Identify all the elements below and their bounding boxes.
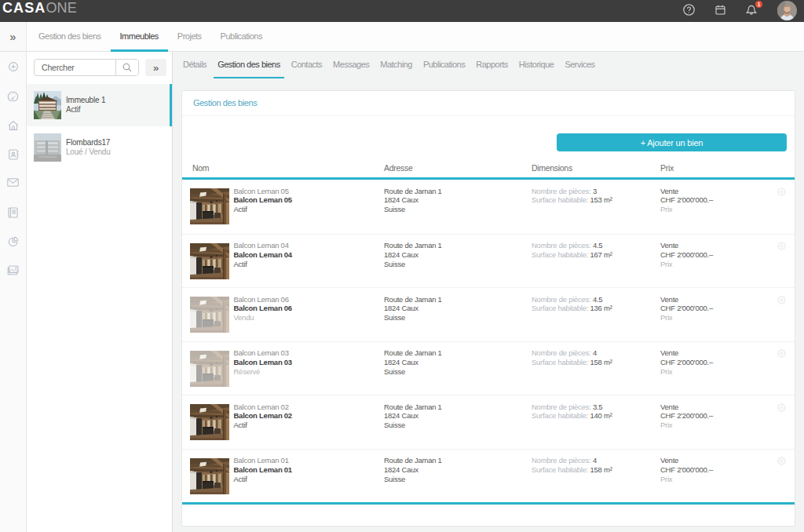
collapse-panel-button[interactable]: » bbox=[145, 59, 166, 76]
price-label: Prix bbox=[660, 367, 766, 377]
price-value: CHF 2'000'000.– bbox=[660, 465, 766, 475]
add-property-button[interactable]: + Ajouter un bien bbox=[557, 133, 787, 151]
detail-tab[interactable]: Contacts bbox=[286, 52, 327, 78]
actions-cell bbox=[766, 395, 795, 449]
collapse-rail-button[interactable]: » bbox=[0, 22, 27, 51]
price-label: Prix bbox=[660, 205, 766, 214]
property-name: Balcon Leman 03 bbox=[234, 358, 292, 367]
mail-icon[interactable] bbox=[0, 178, 26, 207]
row-settings-gear-icon[interactable] bbox=[777, 296, 795, 304]
address-street: Route de Jaman 1 bbox=[384, 187, 532, 196]
address-street: Route de Jaman 1 bbox=[384, 348, 532, 358]
surface-value: 136 m² bbox=[590, 304, 612, 312]
search-row: » bbox=[27, 52, 172, 84]
name-cell: Balcon Leman 04 Balcon Leman 04 Actif bbox=[234, 241, 292, 287]
row-settings-gear-icon[interactable] bbox=[777, 349, 795, 358]
surface-value: 140 m² bbox=[590, 411, 612, 420]
row-settings-gear-icon[interactable] bbox=[777, 188, 795, 196]
search-button[interactable] bbox=[115, 60, 138, 75]
surface-value: 153 m² bbox=[590, 195, 612, 204]
name-cell: Balcon Leman 01 Balcon Leman 01 Actif bbox=[234, 456, 292, 502]
building-list-item[interactable]: Flombards17 Loué / Vendu bbox=[27, 126, 172, 169]
sale-type: Vente bbox=[660, 295, 766, 304]
column-header-nom: Nom bbox=[182, 163, 384, 173]
address-cell: Route de Jaman 1 1824 Caux Suisse bbox=[384, 235, 532, 288]
row-settings-gear-icon[interactable] bbox=[777, 457, 795, 465]
detail-tab[interactable]: Rapports bbox=[470, 52, 513, 78]
price-label: Prix bbox=[660, 313, 766, 322]
bell-icon[interactable]: 1 bbox=[746, 5, 757, 16]
row-settings-gear-icon[interactable] bbox=[777, 403, 795, 412]
table-header: Nom Adresse Dimensions Prix bbox=[182, 151, 795, 177]
price-cell: Vente CHF 2'000'000.– Prix bbox=[660, 235, 766, 288]
detail-tab[interactable]: Services bbox=[559, 52, 600, 78]
dashboard-gauge-icon[interactable] bbox=[0, 91, 26, 120]
property-name: Balcon Leman 06 bbox=[234, 304, 292, 313]
building-title: Flombards17 bbox=[66, 138, 111, 148]
add-circle-icon[interactable] bbox=[0, 62, 26, 91]
surface-line: Surface habitable: 167 m² bbox=[532, 250, 660, 260]
row-settings-gear-icon[interactable] bbox=[777, 242, 795, 250]
property-status: Actif bbox=[234, 475, 292, 484]
table-row[interactable]: Balcon Leman 04 Balcon Leman 04 Actif Ro… bbox=[182, 234, 795, 288]
address-city: 1824 Caux bbox=[384, 358, 532, 367]
table-rows: Balcon Leman 05 Balcon Leman 05 Actif Ro… bbox=[182, 180, 795, 502]
table-row[interactable]: Balcon Leman 05 Balcon Leman 05 Actif Ro… bbox=[182, 180, 795, 234]
surface-label: Surface habitable: bbox=[532, 411, 588, 420]
address-street: Route de Jaman 1 bbox=[384, 456, 532, 465]
surface-label: Surface habitable: bbox=[532, 304, 588, 312]
sale-type: Vente bbox=[660, 187, 766, 196]
app-tab[interactable]: Gestion des biens bbox=[29, 22, 111, 51]
table-row[interactable]: Balcon Leman 03 Balcon Leman 03 Réservé … bbox=[182, 341, 795, 395]
app-tabs: Gestion des biensImmeublesProjetsPublica… bbox=[27, 22, 272, 51]
property-status: Réservé bbox=[234, 367, 292, 377]
rooms-line: Nombre de pièces: 4 bbox=[532, 348, 660, 358]
actions-cell bbox=[766, 180, 795, 234]
contacts-book-icon[interactable] bbox=[0, 149, 26, 178]
property-thumbnail bbox=[190, 297, 229, 333]
price-cell: Vente CHF 2'000'000.– Prix bbox=[660, 342, 766, 395]
photos-icon[interactable] bbox=[0, 265, 26, 294]
column-header-prix: Prix bbox=[660, 163, 766, 173]
dimensions-cell: Nombre de pièces: 4.5 Surface habitable:… bbox=[532, 288, 660, 341]
calendar-icon[interactable] bbox=[715, 5, 725, 15]
detail-tab[interactable]: Messages bbox=[327, 52, 375, 78]
double-chevron-right-icon: » bbox=[153, 62, 159, 74]
building-status: Loué / Vendu bbox=[66, 148, 111, 158]
property-name: Balcon Leman 04 bbox=[234, 250, 292, 260]
table-row[interactable]: Balcon Leman 01 Balcon Leman 01 Actif Ro… bbox=[182, 449, 795, 503]
app-tab[interactable]: Publications bbox=[211, 22, 272, 51]
detail-tab[interactable]: Historique bbox=[513, 52, 560, 78]
notification-badge: 1 bbox=[755, 1, 762, 8]
help-icon[interactable] bbox=[683, 4, 695, 16]
table-row[interactable]: Balcon Leman 06 Balcon Leman 06 Vendu Ro… bbox=[182, 287, 795, 341]
address-street: Route de Jaman 1 bbox=[384, 403, 532, 412]
address-cell: Route de Jaman 1 1824 Caux Suisse bbox=[384, 180, 532, 234]
journal-icon[interactable] bbox=[0, 207, 26, 236]
search-input[interactable] bbox=[35, 60, 115, 75]
detail-tab[interactable]: Publications bbox=[418, 52, 470, 78]
detail-tab[interactable]: Détails bbox=[177, 52, 212, 78]
pie-chart-icon[interactable] bbox=[0, 236, 26, 265]
building-title: Immeuble 1 bbox=[66, 96, 105, 106]
actions-cell bbox=[766, 288, 795, 341]
price-value: CHF 2'200'000.– bbox=[660, 411, 766, 421]
address-country: Suisse bbox=[384, 421, 532, 430]
price-value: CHF 2'000'000.– bbox=[660, 358, 766, 367]
name-column: Balcon Leman 01 Balcon Leman 01 Actif bbox=[182, 450, 384, 503]
avatar[interactable] bbox=[777, 1, 797, 20]
detail-tab[interactable]: Matching bbox=[375, 52, 418, 78]
app-tab[interactable]: Immeubles bbox=[111, 22, 168, 51]
detail-tab[interactable]: Gestion des biens bbox=[212, 52, 286, 78]
property-name: Balcon Leman 05 bbox=[234, 195, 292, 205]
building-list-item[interactable]: Immeuble 1 Actif bbox=[27, 84, 172, 126]
app-tab[interactable]: Projets bbox=[168, 22, 211, 51]
address-country: Suisse bbox=[384, 260, 532, 269]
address-city: 1824 Caux bbox=[384, 250, 532, 260]
property-name: Balcon Leman 01 bbox=[234, 465, 292, 475]
table-row[interactable]: Balcon Leman 02 Balcon Leman 02 Actif Ro… bbox=[182, 395, 795, 449]
address-cell: Route de Jaman 1 1824 Caux Suisse bbox=[384, 395, 532, 449]
home-icon[interactable] bbox=[0, 120, 26, 149]
sale-type: Vente bbox=[660, 456, 766, 465]
price-cell: Vente CHF 2'000'000.– Prix bbox=[660, 180, 766, 234]
